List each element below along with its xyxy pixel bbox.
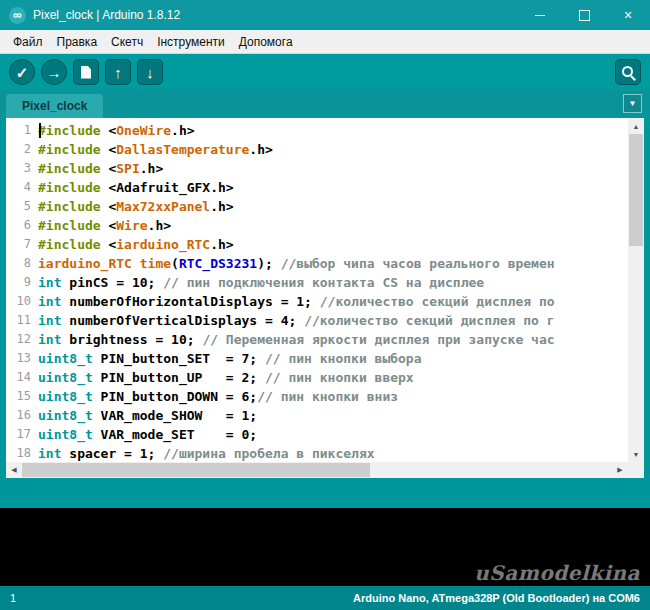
code-segment: uint8_t (38, 389, 93, 404)
code-line[interactable]: int pinCS = 10; // пин подключения конта… (38, 273, 628, 292)
code-segment: uint8_t (38, 427, 93, 442)
code-line[interactable]: #include <iarduino_RTC.h> (38, 235, 628, 254)
close-button[interactable]: × (606, 0, 650, 30)
maximize-icon (579, 10, 590, 21)
menu-tools[interactable]: Інструменти (150, 32, 232, 52)
serial-monitor-button[interactable] (615, 59, 641, 85)
line-number: 1 (6, 121, 38, 140)
arrow-up-icon: ↑ (114, 65, 122, 80)
code-line[interactable]: #include <SPI.h> (38, 159, 628, 178)
code-segment: VAR_mode_SHOW = 1; (93, 408, 257, 423)
vertical-scrollbar[interactable]: ▲ ▼ (628, 118, 644, 462)
arrow-down-icon: ↓ (146, 65, 154, 80)
scroll-up-icon[interactable]: ▲ (628, 118, 644, 134)
line-number: 14 (6, 368, 38, 387)
scroll-down-icon[interactable]: ▼ (628, 446, 644, 462)
tab-pixel-clock[interactable]: Pixel_clock (6, 94, 103, 118)
line-number: 15 (6, 387, 38, 406)
code-line[interactable]: iarduino_RTC time(RTC_DS3231); //выбор ч… (38, 254, 628, 273)
code-segment: OneWire (116, 123, 171, 138)
code-line[interactable]: int numberOfHorizontalDisplays = 1; //ко… (38, 292, 628, 311)
code-line[interactable]: int brightness = 10; // Переменная яркос… (38, 330, 628, 349)
code-line[interactable]: uint8_t VAR_mode_SET = 0; (38, 425, 628, 444)
code-line[interactable]: uint8_t PIN_button_UP = 2; // пин кнопки… (38, 368, 628, 387)
code-segment: #include (38, 123, 108, 138)
line-number: 13 (6, 349, 38, 368)
code-line[interactable]: #include <Wire.h> (38, 216, 628, 235)
code-segment: DallasTemperature (116, 142, 249, 157)
menu-edit[interactable]: Правка (50, 32, 105, 52)
code-segment: #include (38, 237, 108, 252)
code-segment: #include (38, 161, 108, 176)
code-segment: numberOfVerticalDisplays = 4; (61, 313, 304, 328)
code-segment: //ширина пробела в пикселях (163, 446, 374, 461)
tab-menu-button[interactable]: ▼ (623, 94, 642, 113)
line-number: 7 (6, 235, 38, 254)
code-segment: Wire (116, 218, 147, 233)
maximize-button[interactable] (562, 0, 606, 30)
open-button[interactable]: ↑ (105, 59, 131, 85)
menu-help[interactable]: Допомога (232, 32, 300, 52)
editor-viewport[interactable]: 123456789101112131415161718 #include <On… (6, 118, 628, 462)
scroll-left-icon[interactable]: ◀ (6, 462, 22, 478)
code-segment: #include (38, 142, 108, 157)
code-segment: time (140, 256, 171, 271)
code-segment: int (38, 294, 61, 309)
code-segment: pinCS = 10; (61, 275, 163, 290)
code-line[interactable]: int spacer = 1; //ширина пробела в пиксе… (38, 444, 628, 462)
code-segment: // пин кнопки вверх (265, 370, 414, 385)
code-segment: .h> (210, 199, 233, 214)
menubar: Файл Правка Скетч Інструменти Допомога (0, 30, 650, 54)
menu-sketch[interactable]: Скетч (104, 32, 150, 52)
magnifier-icon (620, 64, 636, 80)
document-icon (81, 66, 91, 79)
line-number: 16 (6, 406, 38, 425)
scroll-right-icon[interactable]: ▶ (612, 462, 628, 478)
verify-button[interactable]: ✓ (9, 59, 35, 85)
line-number: 5 (6, 197, 38, 216)
window-title: Pixel_clock | Arduino 1.8.12 (33, 8, 180, 22)
code-segment: uint8_t (38, 370, 93, 385)
new-sketch-button[interactable] (73, 59, 99, 85)
code-segment: .h> (148, 218, 171, 233)
code-line[interactable]: uint8_t PIN_button_DOWN = 6;// пин кнопк… (38, 387, 628, 406)
minimize-button[interactable] (518, 0, 562, 30)
window-controls: × (518, 0, 650, 30)
line-number: 8 (6, 254, 38, 273)
line-number: 12 (6, 330, 38, 349)
code-lines[interactable]: #include <OneWire.h>#include <DallasTemp… (38, 118, 628, 462)
code-segment: int (38, 332, 61, 347)
line-number: 18 (6, 444, 38, 462)
code-line[interactable]: #include <OneWire.h> (38, 121, 628, 140)
code-line[interactable]: #include <Max72xxPanel.h> (38, 197, 628, 216)
watermark: uSamodelkina (474, 561, 640, 585)
code-line[interactable]: #include <Adafruit_GFX.h> (38, 178, 628, 197)
code-line[interactable]: uint8_t VAR_mode_SHOW = 1; (38, 406, 628, 425)
board-info: Arduino Nano, ATmega328P (Old Bootloader… (353, 592, 640, 604)
code-segment: // пин подключения контакта CS на диспле… (163, 275, 484, 290)
menu-file[interactable]: Файл (6, 32, 50, 52)
vertical-scroll-thumb[interactable] (629, 134, 643, 246)
scrollbar-corner (628, 462, 644, 478)
code-segment: PIN_button_SET = 7; (93, 351, 265, 366)
line-number: 3 (6, 159, 38, 178)
code-segment: //количество секций дисплея по г (304, 313, 554, 328)
horizontal-scrollbar[interactable]: ◀ ▶ (6, 462, 628, 478)
code-segment: .h> (171, 123, 194, 138)
code-segment: uint8_t (38, 351, 93, 366)
line-number: 6 (6, 216, 38, 235)
code-segment: PIN_button_DOWN = 6; (93, 389, 257, 404)
code-line[interactable]: #include <DallasTemperature.h> (38, 140, 628, 159)
arrow-right-icon: → (47, 65, 62, 80)
upload-button[interactable]: → (41, 59, 67, 85)
horizontal-scroll-thumb[interactable] (22, 463, 370, 477)
message-strip (0, 478, 650, 508)
arduino-logo-icon: ∞ (9, 7, 26, 24)
titlebar: ∞ Pixel_clock | Arduino 1.8.12 × (0, 0, 650, 30)
code-segment: //количество секций дисплея по (320, 294, 555, 309)
code-line[interactable]: uint8_t PIN_button_SET = 7; // пин кнопк… (38, 349, 628, 368)
save-button[interactable]: ↓ (137, 59, 163, 85)
code-line[interactable]: int numberOfVerticalDisplays = 4; //коли… (38, 311, 628, 330)
code-segment: //выбор чипа часов реального времен (281, 256, 555, 271)
code-segment: int (38, 313, 61, 328)
